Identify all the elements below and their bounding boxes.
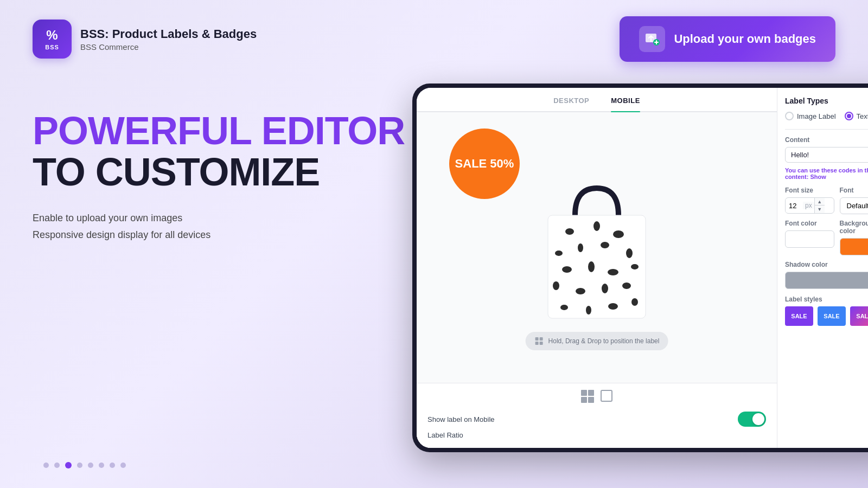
font-size-input[interactable]: px ▲ ▼ [785, 197, 834, 214]
dot-1[interactable] [43, 463, 49, 468]
app-logo: % BSS [33, 20, 72, 59]
hero-title-line2: TO CUSTOMIZE [33, 152, 412, 193]
font-size-group: Font size px ▲ ▼ [785, 187, 834, 214]
svg-point-23 [608, 303, 618, 310]
app-info: BSS: Product Labels & Badges BSS Commerc… [80, 27, 257, 52]
font-color-group: Font color [785, 220, 834, 255]
font-label: Font [840, 187, 869, 194]
text-label-option[interactable]: Text L. [845, 112, 868, 120]
editor-main: DESKTOP MOBILE SALE 50% [417, 88, 777, 448]
bg-color-swatch[interactable] [840, 238, 869, 255]
product-image [526, 177, 667, 318]
svg-point-19 [602, 284, 608, 293]
logo-area: % BSS BSS: Product Labels & Badges BSS C… [33, 20, 257, 59]
label-styles-grid: SALE SALE SALE [785, 306, 868, 326]
font-select[interactable]: Default [840, 197, 869, 214]
svg-point-12 [626, 248, 633, 258]
color-settings-row: Font color Background color [785, 220, 868, 255]
hero-title-line1: POWERFUL EDITOR [33, 111, 412, 152]
divider-1 [785, 129, 868, 130]
grid-view-icon[interactable] [581, 390, 594, 403]
svg-point-21 [560, 305, 568, 310]
tote-bag-svg [526, 177, 667, 329]
svg-point-17 [553, 281, 559, 290]
bg-color-group: Background color [840, 220, 869, 255]
font-size-label: Font size [785, 187, 834, 194]
text-label-radio[interactable] [845, 112, 853, 120]
show-mobile-row: Show label on Mobile [427, 409, 766, 429]
font-group: Font Default [840, 187, 869, 214]
svg-point-16 [631, 264, 639, 269]
label-types: Image Label Text L. [785, 112, 868, 120]
image-label-radio[interactable] [785, 112, 794, 120]
svg-point-9 [555, 251, 563, 256]
dot-3[interactable] [65, 462, 72, 468]
svg-point-7 [593, 221, 600, 231]
content-input[interactable] [785, 147, 868, 163]
bottom-controls: Show label on Mobile Label Ratio [417, 383, 777, 448]
svg-rect-25 [535, 337, 539, 341]
dot-6[interactable] [99, 463, 104, 468]
tablet-frame: DESKTOP MOBILE SALE 50% [412, 84, 868, 452]
label-ratio-label: Label Ratio [427, 431, 463, 439]
dot-8[interactable] [120, 463, 126, 468]
shadow-color-label: Shadow color [785, 261, 868, 268]
text-label-text: Text L. [857, 112, 868, 120]
tab-desktop[interactable]: DESKTOP [553, 97, 589, 111]
svg-point-20 [622, 282, 631, 289]
hero-section: POWERFUL EDITOR TO CUSTOMIZE Enable to u… [0, 62, 868, 452]
hero-desc-line2: Responsive design display for all device… [33, 229, 210, 240]
editor-panel: Label Types Image Label Text L. Content [777, 88, 868, 448]
codes-hint: You can use these codes in the content: … [785, 167, 868, 180]
pagination-dots [43, 462, 126, 468]
style-badge-3[interactable]: SALE [850, 306, 868, 326]
font-settings-row: Font size px ▲ ▼ Font [785, 187, 868, 214]
single-view-icon[interactable] [601, 390, 612, 402]
product-preview-area: SALE 50% [417, 112, 777, 383]
svg-point-10 [578, 243, 583, 252]
image-label-option[interactable]: Image Label [785, 112, 836, 120]
tab-mobile[interactable]: MOBILE [611, 97, 640, 111]
dot-4[interactable] [77, 463, 82, 468]
hero-text: POWERFUL EDITOR TO CUSTOMIZE Enable to u… [33, 94, 412, 243]
svg-point-18 [576, 288, 585, 294]
hero-description: Enable to upload your own images Respons… [33, 210, 412, 243]
style-badge-2[interactable]: SALE [818, 306, 846, 326]
dot-7[interactable] [110, 463, 115, 468]
label-types-title: Label Types [785, 97, 868, 105]
content-section-label: Content [785, 136, 868, 144]
font-size-value[interactable] [786, 199, 803, 213]
shadow-color-swatch[interactable] [785, 272, 868, 289]
upload-badges-button[interactable]: Upload your own badges [620, 16, 835, 62]
hero-desc-line1: Enable to upload your own images [33, 213, 182, 223]
upload-icon [639, 26, 665, 52]
font-color-swatch[interactable] [785, 230, 834, 248]
dot-2[interactable] [54, 463, 60, 468]
label-ratio-row: Label Ratio [427, 429, 766, 441]
drag-hint-text: Hold, Drag & Drop to position the label [548, 337, 660, 345]
codes-hint-text: You can use these codes in the content: [785, 167, 868, 180]
svg-point-15 [608, 269, 618, 275]
font-size-stepper[interactable]: ▲ ▼ [814, 198, 825, 213]
drag-icon [534, 336, 544, 346]
tablet-inner: DESKTOP MOBILE SALE 50% [417, 88, 868, 448]
show-codes-link[interactable]: Show [810, 174, 826, 180]
bg-color-label: Background color [840, 220, 869, 235]
font-size-up-button[interactable]: ▲ [815, 198, 825, 206]
svg-point-11 [601, 242, 609, 248]
svg-rect-27 [535, 342, 539, 345]
font-color-label: Font color [785, 220, 834, 227]
show-mobile-toggle[interactable] [738, 412, 766, 427]
font-size-unit: px [803, 202, 814, 209]
font-size-down-button[interactable]: ▼ [815, 206, 825, 213]
svg-point-24 [631, 298, 638, 306]
logo-text: BSS [45, 44, 59, 50]
editor-tabs: DESKTOP MOBILE [417, 88, 777, 112]
sale-badge: SALE 50% [449, 129, 520, 199]
svg-point-8 [613, 230, 624, 238]
svg-point-13 [562, 266, 572, 273]
style-badge-1[interactable]: SALE [785, 306, 813, 326]
svg-rect-28 [540, 342, 543, 345]
dot-5[interactable] [88, 463, 93, 468]
svg-point-6 [565, 228, 574, 235]
